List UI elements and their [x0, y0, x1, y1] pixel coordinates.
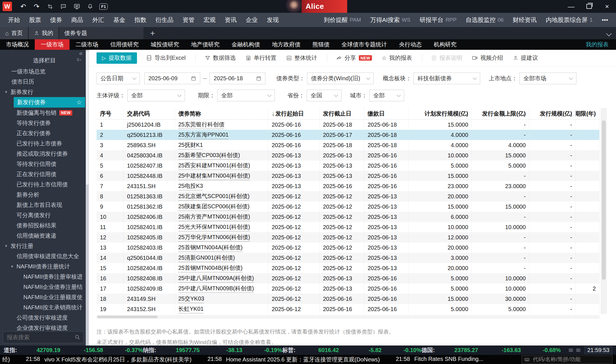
column-header[interactable]: 债券简称 [175, 108, 268, 119]
command-input[interactable] [532, 356, 610, 363]
restore-button[interactable] [580, 0, 598, 13]
sidebar-item[interactable]: ▼发行注册 [0, 241, 89, 251]
subnav-item[interactable]: 城投债研究 [145, 39, 185, 50]
city-select[interactable]: 全部 [369, 90, 404, 101]
table-row[interactable]: 1j25061204.IB25东莞银行科创债2025-06-162025-06-… [97, 120, 599, 130]
close-button[interactable]: × [598, 0, 616, 13]
toolbar-button[interactable]: ☆我的报表 [382, 54, 412, 62]
sidebar-scrollbar[interactable] [86, 50, 89, 346]
news-item[interactable]: 21:58vivo X Fold5发布会定档6月25日，多款新品齐发(科技美学) [26, 356, 192, 363]
hscroll-thumb[interactable] [97, 316, 157, 318]
sidebar-scrollbar-thumb[interactable] [86, 51, 89, 185]
panel-toggle-icon[interactable] [568, 348, 573, 353]
sidebar-item[interactable]: ▼NAFMII债券注册统计 [0, 261, 89, 272]
table-row[interactable]: 3258963.SH25抚财K12025-06-162025-06-182025… [97, 140, 599, 150]
undo-icon[interactable]: ↶ [17, 0, 30, 13]
minimize-button[interactable]: — [562, 0, 580, 13]
sidebar-item[interactable]: NAFMII债券注册审核进 [0, 272, 89, 282]
bell-icon[interactable] [83, 0, 97, 13]
toolbar-button[interactable]: XLS导出到Excel [146, 54, 186, 62]
subnav-item[interactable]: 全球债市专题统计 [335, 39, 393, 50]
wp-monitor-icon[interactable]: WP [70, 0, 83, 13]
sidebar-item[interactable]: 等待发行信用债 [0, 159, 89, 169]
sidebar-item[interactable]: 债市日历 [0, 77, 89, 87]
panel-toggle-icon[interactable] [576, 348, 581, 353]
tab-item[interactable]: ⌂首页 [0, 27, 28, 39]
table-row[interactable]: 9012581362.IB25陕建集团SCP006(科创债)2025-06-12… [97, 201, 599, 212]
f1-icon[interactable]: F1 [97, 0, 110, 13]
table-row[interactable]: 13102582403.IB25首钢MTN004A(科创债)2025-06-12… [97, 242, 599, 253]
menu-item[interactable]: 资管 [178, 16, 199, 24]
chat-icon[interactable] [57, 0, 70, 13]
sidebar-item[interactable]: 已发行待上市债券 [0, 138, 89, 149]
bond-name-link[interactable]: 25抚财K1 [178, 141, 203, 149]
menu-right-item[interactable]: 内地股票综合屏1 [541, 16, 597, 24]
table-row[interactable]: 6102582448.IB25中建材集MTN004(科创债)2025-06-13… [97, 171, 599, 181]
news-item[interactable]: 21:58Home Assistant 2025.6 更新：蓝牙连接管理更直观(… [207, 356, 380, 363]
toolbar-button[interactable]: 数据筛选 [205, 54, 236, 62]
menu-item[interactable]: 资讯 [220, 16, 241, 24]
rating-select[interactable]: 全部 [127, 90, 185, 101]
table-row[interactable]: 19243152.SH长虹YK012025-06-122025-06-16202… [97, 304, 599, 314]
menu-item[interactable]: 衍生品 [151, 16, 178, 24]
term-select[interactable]: 全部 [217, 90, 275, 101]
toolbar-button[interactable]: 报表说明 [431, 54, 462, 62]
toolbar-button[interactable]: 提建议 [513, 54, 538, 62]
sidebar-item[interactable]: 可分离债发行 [0, 210, 89, 220]
menu-item[interactable]: 企业 [241, 16, 262, 24]
sidebar-item[interactable]: 新券分析 [0, 190, 89, 200]
new-tab-button[interactable]: + [144, 27, 161, 39]
bond-name-link[interactable]: 25中建八局MTN009B(科创债) [178, 285, 254, 293]
table-row[interactable]: 16102582408.IB25中建八局MTN009A(科创债)2025-06-… [97, 273, 599, 283]
menu-right-item[interactable]: 自选股监控06 [461, 16, 508, 24]
bond-name-link[interactable]: 25首钢MTN004A(科创债) [178, 244, 243, 252]
menu-item[interactable]: 发现 [262, 16, 283, 24]
bond-name-link[interactable]: 25交YK03 [178, 295, 204, 303]
table-row[interactable]: 18243149.SH25交YK032025-06-122025-06-1620… [97, 294, 599, 304]
menu-right-item[interactable]: 研报平台RPP [415, 16, 461, 24]
sidebar-item[interactable]: ▼新券发行 [0, 87, 89, 97]
bond-name-link[interactable]: 25南方资产MTN001(科创债) [178, 213, 250, 221]
table-row[interactable]: 5102582407.IB25西安科建MTN001(科创债)2025-06-13… [97, 161, 599, 171]
menu-item[interactable]: 商品 [67, 16, 88, 24]
menu-item[interactable]: 债券 [46, 16, 67, 24]
menu-item[interactable]: 股票 [24, 16, 46, 24]
bond-name-link[interactable]: 25清新GN001(科创债) [178, 254, 235, 262]
sidebar-item[interactable]: 一级市场总览 [0, 66, 89, 77]
search-icon[interactable] [74, 334, 80, 340]
province-select[interactable]: 全国 [307, 90, 341, 101]
toolbar-button[interactable]: 整体统计 [286, 54, 317, 62]
bond-name-link[interactable]: 25东莞银行科创债 [178, 121, 224, 129]
table-row[interactable]: 10102582406.IB25南方资产MTN001(科创债)2025-06-1… [97, 212, 599, 222]
subnav-item[interactable]: 央行动态 [393, 39, 428, 50]
bond-name-link[interactable]: 长虹YK01 [178, 305, 204, 313]
listing-select[interactable]: 全部市场 [519, 73, 576, 84]
sidebar-item[interactable]: 债券招投标结果 [0, 220, 89, 231]
bond-name-link[interactable]: 25万华化学MTN006(科创债) [178, 233, 250, 242]
column-header[interactable]: 计划发行规模(亿) [408, 108, 472, 119]
bond-name-link[interactable]: 25电投K3 [178, 182, 203, 190]
bond-name-link[interactable]: 25中建八局MTN009A(科创债) [178, 274, 254, 283]
column-header[interactable]: 发行规模(亿) [529, 108, 576, 119]
menu-right-item[interactable]: 到价提醒PAM [319, 16, 366, 24]
bond-name-link[interactable]: 25北京燃气SCP001(科创债) [178, 192, 249, 201]
my-reports-link[interactable]: 我的报表 [586, 41, 616, 48]
bond-name-link[interactable]: 25首钢MTN004B(科创债) [178, 264, 243, 272]
menu-right-item[interactable]: ••• [597, 17, 613, 23]
alice-banner[interactable]: Alice [286, 0, 347, 13]
table-row[interactable]: 15102582404.IB25首钢MTN004B(科创债)2025-06-12… [97, 263, 599, 273]
subnav-item[interactable]: 机构研究 [428, 39, 462, 50]
menu-item[interactable]: 基金 [109, 16, 130, 24]
toolbar-button[interactable]: 视频介绍 [472, 54, 503, 62]
command-box[interactable] [521, 355, 613, 364]
vscroll-thumb[interactable] [602, 120, 606, 280]
calendar-icon[interactable] [256, 76, 261, 81]
table-row[interactable]: 2q25061213.IB25东方富海PPN0012025-06-162025-… [97, 130, 599, 140]
subnav-item[interactable]: 二级市场 [69, 39, 104, 50]
table-row[interactable]: 12102582405.IB25万华化学MTN006(科创债)2025-06-1… [97, 232, 599, 242]
menu-item[interactable]: 宏观 [199, 16, 220, 24]
sidebar-item[interactable]: NAFMII企业注册额度使 [0, 292, 89, 302]
column-header[interactable]: ↓发行起始日 [268, 108, 320, 119]
redo-icon[interactable]: ↷ [30, 0, 43, 13]
menu-item[interactable]: 开始 [3, 16, 24, 24]
